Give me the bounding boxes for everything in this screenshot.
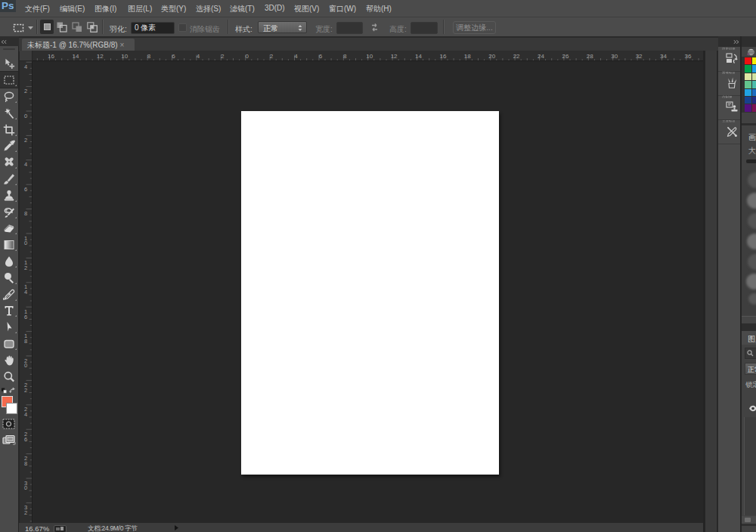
svg-text:0: 0: [245, 53, 249, 60]
svg-text:6: 6: [24, 436, 27, 443]
svg-text:2: 2: [24, 509, 27, 516]
svg-text:0: 0: [24, 240, 27, 246]
svg-text:12: 12: [97, 53, 104, 60]
svg-text:6: 6: [24, 314, 27, 320]
svg-text:2: 2: [24, 137, 27, 144]
svg-text:32: 32: [636, 53, 643, 60]
svg-text:2: 2: [24, 88, 27, 94]
svg-text:4: 4: [24, 289, 27, 295]
svg-text:0: 0: [24, 113, 27, 119]
svg-text:16: 16: [439, 53, 446, 60]
svg-text:2: 2: [270, 53, 274, 60]
svg-text:26: 26: [562, 53, 569, 60]
svg-text:22: 22: [513, 53, 520, 60]
svg-text:6: 6: [172, 53, 175, 60]
svg-text:2: 2: [221, 53, 225, 60]
svg-text:14: 14: [72, 53, 79, 60]
svg-text:20: 20: [488, 53, 495, 60]
svg-text:36: 36: [684, 53, 691, 60]
svg-text:2: 2: [24, 387, 27, 394]
svg-text:0: 0: [24, 362, 27, 369]
svg-text:10: 10: [121, 53, 128, 60]
svg-text:2: 2: [24, 264, 27, 271]
svg-text:8: 8: [24, 338, 27, 345]
svg-text:8: 8: [147, 53, 151, 60]
svg-text:6: 6: [319, 53, 323, 60]
svg-text:8: 8: [343, 53, 347, 60]
svg-text:4: 4: [24, 63, 27, 70]
svg-text:10: 10: [366, 53, 373, 60]
svg-text:8: 8: [24, 210, 27, 217]
svg-text:16: 16: [48, 53, 54, 60]
svg-text:18: 18: [464, 53, 471, 60]
svg-text:30: 30: [611, 53, 618, 60]
svg-text:4: 4: [24, 411, 27, 418]
svg-text:6: 6: [24, 186, 27, 193]
svg-text:4: 4: [197, 53, 200, 60]
svg-text:14: 14: [415, 53, 422, 60]
svg-text:4: 4: [24, 161, 27, 168]
svg-text:4: 4: [294, 53, 298, 60]
svg-text:0: 0: [24, 484, 27, 491]
svg-text:24: 24: [538, 53, 544, 60]
svg-text:12: 12: [391, 53, 398, 60]
svg-text:8: 8: [24, 460, 27, 467]
svg-text:34: 34: [660, 53, 667, 60]
svg-text:28: 28: [587, 53, 593, 60]
